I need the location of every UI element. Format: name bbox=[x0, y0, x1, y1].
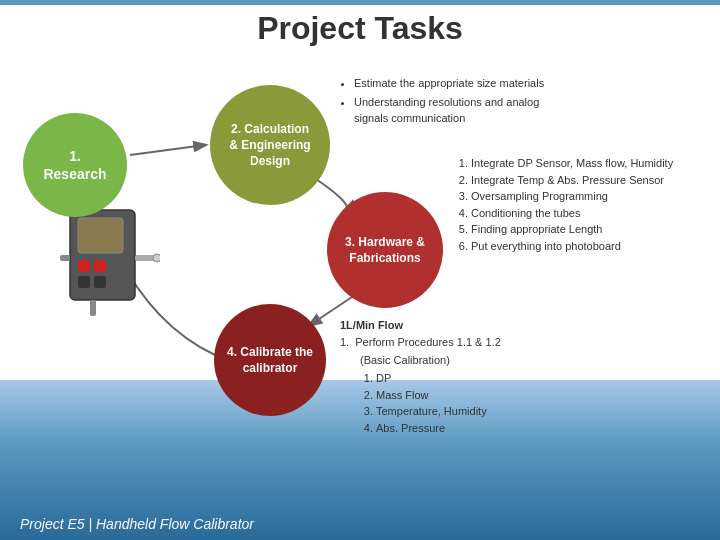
hardware-item-2: Integrate Temp & Abs. Pressure Sensor bbox=[471, 172, 695, 189]
svg-rect-9 bbox=[90, 300, 96, 316]
instrument-image bbox=[60, 200, 160, 320]
calibrate-sub-1: DP bbox=[376, 370, 570, 387]
circle-research: 1. Research bbox=[23, 113, 127, 217]
hardware-item-6: Put everything into photoboard bbox=[471, 238, 695, 255]
svg-rect-3 bbox=[78, 218, 123, 253]
svg-rect-5 bbox=[94, 260, 106, 272]
hardware-item-5: Finding appropriate Length bbox=[471, 221, 695, 238]
calc-bullet-list: Estimate the appropriate size materials … bbox=[340, 75, 550, 127]
calibrate-sub-2: Mass Flow bbox=[376, 387, 570, 404]
svg-rect-10 bbox=[135, 255, 155, 261]
calibrate-sub-4: Abs. Pressure bbox=[376, 420, 570, 437]
svg-rect-7 bbox=[94, 276, 106, 288]
svg-rect-4 bbox=[78, 260, 90, 272]
calibrate-sub-3: Temperature, Humidity bbox=[376, 403, 570, 420]
circle-calibrate-label: 4. Calibrate the calibrator bbox=[221, 338, 319, 382]
hardware-item-1: Integrate DP Sensor, Mass flow, Humidity bbox=[471, 155, 695, 172]
circle-hardware: 3. Hardware & Fabrications bbox=[327, 192, 443, 308]
hardware-list: Integrate DP Sensor, Mass flow, Humidity… bbox=[455, 155, 695, 254]
hardware-text-box: Integrate DP Sensor, Mass flow, Humidity… bbox=[455, 155, 695, 254]
svg-rect-6 bbox=[78, 276, 90, 288]
circle-calculation-label: 2. Calculation & Engineering Design bbox=[223, 115, 316, 176]
calibrate-sub-list: DP Mass Flow Temperature, Humidity Abs. … bbox=[340, 370, 570, 436]
svg-line-0 bbox=[130, 145, 205, 155]
circle-research-label: 1. Research bbox=[37, 141, 112, 189]
top-accent-line bbox=[0, 0, 720, 5]
calc-bullet-2: Understanding resolutions and analog sig… bbox=[354, 94, 550, 127]
svg-point-11 bbox=[153, 254, 160, 262]
calibrate-text-box: 1L/Min Flow 1. Perform Procedures 1.1 & … bbox=[340, 318, 570, 436]
circle-hardware-label: 3. Hardware & Fabrications bbox=[339, 228, 431, 272]
circle-calibrate: 4. Calibrate the calibrator bbox=[214, 304, 326, 416]
calibrate-basic: (Basic Calibration) bbox=[360, 353, 570, 368]
calc-text-box: Estimate the appropriate size materials … bbox=[340, 75, 550, 129]
calibrate-header: 1L/Min Flow bbox=[340, 318, 570, 333]
hardware-item-4: Conditioning the tubes bbox=[471, 205, 695, 222]
svg-rect-8 bbox=[60, 255, 70, 261]
circle-calculation: 2. Calculation & Engineering Design bbox=[210, 85, 330, 205]
calibrate-intro: 1. Perform Procedures 1.1 & 1.2 bbox=[340, 335, 570, 350]
page-title: Project Tasks bbox=[257, 10, 463, 47]
calc-bullet-1: Estimate the appropriate size materials bbox=[354, 75, 550, 92]
hardware-item-3: Oversampling Programming bbox=[471, 188, 695, 205]
footer-text: Project E5 | Handheld Flow Calibrator bbox=[20, 516, 254, 532]
